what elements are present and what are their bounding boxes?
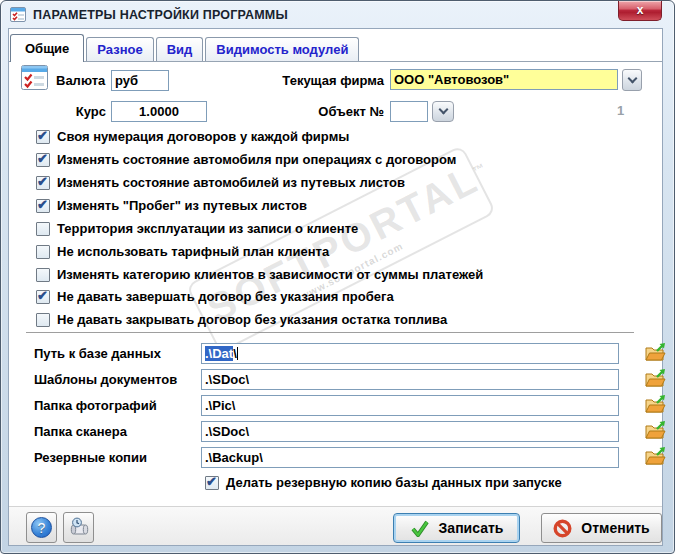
db-path-input[interactable]: .\Dat\ <box>201 343 619 364</box>
history-scroll-icon <box>67 516 91 540</box>
save-button[interactable]: Записать <box>393 513 520 543</box>
checkbox[interactable]: ✔ <box>36 268 50 282</box>
scanner-path-input[interactable] <box>201 421 619 442</box>
object-number-label: Объект № <box>296 102 384 122</box>
backup-browse-button[interactable] <box>645 447 666 466</box>
open-folder-icon <box>645 447 666 466</box>
settings-checklist-icon <box>21 65 48 90</box>
separator <box>26 332 634 334</box>
option-row[interactable]: ✔ Изменять состояние автомобилей из путе… <box>36 174 405 192</box>
checkbox-label: Изменять "Пробег" из путевых листов <box>57 198 307 214</box>
option-row[interactable]: ✔ Не давать завершать договор без указан… <box>36 288 394 306</box>
open-folder-icon <box>645 395 666 414</box>
templates-path-input[interactable] <box>201 369 619 390</box>
help-icon: ? <box>31 517 52 538</box>
option-row[interactable]: ✔ Изменять состояние автомобиля при опер… <box>36 151 456 169</box>
option-row[interactable]: ✔ Не давать закрывать договор без указан… <box>36 311 447 329</box>
object-count-value: 1 <box>617 103 624 118</box>
close-button[interactable]: x <box>618 1 662 21</box>
checkbox[interactable]: ✔ <box>36 222 50 236</box>
cancel-button-label: Отменить <box>581 520 649 536</box>
object-dropdown-button[interactable] <box>432 101 454 122</box>
templates-path-label: Шаблоны документов <box>34 370 199 390</box>
text-caret <box>237 347 238 360</box>
backup-on-start-row[interactable]: ✔ Делать резервную копию базы данных при… <box>205 474 562 492</box>
currency-input[interactable] <box>111 70 169 91</box>
checkbox-label: Изменять состояние автомобилей из путевы… <box>57 175 405 191</box>
checkbox-label: Не использовать тарифный план клиента <box>57 244 329 260</box>
checkbox[interactable]: ✔ <box>36 153 50 167</box>
option-row[interactable]: ✔ Не использовать тарифный план клиента <box>36 243 329 261</box>
checkbox-label: Делать резервную копию базы данных при з… <box>226 475 562 491</box>
tab-bar: Общие Разное Вид Видимость модулей <box>10 33 661 62</box>
checkbox[interactable]: ✔ <box>36 199 50 213</box>
option-row[interactable]: ✔ Изменять категорию клиентов в зависимо… <box>36 266 483 284</box>
app-icon <box>10 7 26 22</box>
open-folder-icon <box>645 369 666 388</box>
photos-path-label: Папка фотографий <box>34 396 199 416</box>
checkbox-label: Изменять состояние автомобиля при операц… <box>57 152 456 168</box>
window-title: ПАРАМЕТРЫ НАСТРОЙКИ ПРОГРАММЫ <box>33 8 288 22</box>
cancel-icon <box>553 519 572 538</box>
templates-browse-button[interactable] <box>645 369 666 388</box>
checkbox-label: Не давать завершать договор без указания… <box>57 289 394 305</box>
option-row[interactable]: ✔ Изменять "Пробег" из путевых листов <box>36 197 307 215</box>
photos-browse-button[interactable] <box>645 395 666 414</box>
backup-path-input[interactable] <box>201 447 619 468</box>
checkbox[interactable]: ✔ <box>205 476 219 490</box>
checkbox[interactable]: ✔ <box>36 245 50 259</box>
chevron-down-icon <box>438 105 448 115</box>
help-button[interactable]: ? <box>26 512 57 543</box>
checkbox-label: Не давать закрывать договор без указания… <box>57 312 447 328</box>
object-number-input[interactable] <box>390 101 428 122</box>
option-row[interactable]: ✔ Территория эксплуатации из записи о кл… <box>36 220 358 238</box>
tab-general[interactable]: Общие <box>10 34 84 62</box>
history-log-button[interactable] <box>63 512 94 543</box>
checkbox[interactable]: ✔ <box>36 176 50 190</box>
save-button-label: Записать <box>439 520 504 536</box>
checkbox-label: Своя нумерация договоров у каждой фирмы <box>57 129 349 145</box>
scanner-path-label: Папка сканера <box>34 422 199 442</box>
settings-dialog: ПАРАМЕТРЫ НАСТРОЙКИ ПРОГРАММЫ x SOFTPORT… <box>0 0 675 554</box>
checkbox[interactable]: ✔ <box>36 130 50 144</box>
checkbox-label: Территория эксплуатации из записи о клие… <box>57 221 358 237</box>
open-folder-icon <box>645 343 666 362</box>
option-row[interactable]: ✔ Своя нумерация договоров у каждой фирм… <box>36 128 349 146</box>
rate-label: Курс <box>51 102 106 122</box>
backup-path-label: Резервные копии <box>34 448 199 468</box>
tab-module-visibility[interactable]: Видимость модулей <box>205 37 359 61</box>
checkbox[interactable]: ✔ <box>36 313 50 327</box>
check-icon <box>410 520 430 537</box>
checkbox-label: Изменять категорию клиентов в зависимост… <box>57 267 483 283</box>
photos-path-input[interactable] <box>201 395 619 416</box>
checkbox[interactable]: ✔ <box>36 290 50 304</box>
current-firm-label: Текущая фирма <box>256 71 384 91</box>
current-firm-field[interactable]: ООО "Автовозов" <box>390 69 618 90</box>
chevron-down-icon <box>627 73 637 83</box>
tab-misc[interactable]: Разное <box>86 37 153 61</box>
firm-dropdown-button[interactable] <box>622 69 642 91</box>
cancel-button[interactable]: Отменить <box>541 513 662 543</box>
scanner-browse-button[interactable] <box>645 421 666 440</box>
open-folder-icon <box>645 421 666 440</box>
title-bar[interactable]: ПАРАМЕТРЫ НАСТРОЙКИ ПРОГРАММЫ x <box>1 1 674 28</box>
rate-input[interactable] <box>111 101 207 122</box>
db-path-browse-button[interactable] <box>645 343 666 362</box>
tab-view[interactable]: Вид <box>156 37 204 61</box>
db-path-label: Путь к базе данных <box>34 344 199 364</box>
currency-label: Валюта <box>56 71 105 91</box>
